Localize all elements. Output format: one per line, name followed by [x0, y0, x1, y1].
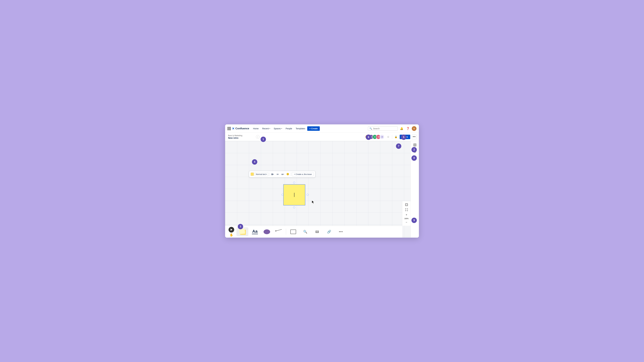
bold-button[interactable]: B ▾ [270, 172, 275, 176]
grid-icon[interactable] [228, 127, 231, 130]
frame-icon [290, 230, 296, 234]
fit-selection-button[interactable] [404, 208, 409, 212]
page-header-right: A B C D +3 ☆ 🔒 Share ••• [365, 134, 416, 139]
create-button[interactable]: + Create [307, 126, 320, 131]
shape-tool[interactable] [262, 227, 272, 236]
recent-chevron-icon: ▾ [270, 128, 270, 129]
line-icon [275, 230, 282, 234]
header-divider [392, 135, 392, 139]
bell-icon: 🔔 [400, 127, 403, 130]
table-view-button[interactable] [412, 142, 418, 148]
resize-handle-right[interactable] [307, 194, 308, 196]
zoom-controls: + 100% − [402, 201, 410, 226]
nav-right: 🔍 🔔 ❓ U [368, 126, 416, 131]
link-tool[interactable]: 🔗 [324, 227, 334, 236]
zoom-in-button[interactable]: + [404, 213, 409, 217]
resize-handle-top[interactable] [293, 182, 295, 184]
page-header: › Banc.ly Marketing New retro A B C D +3… [225, 133, 419, 141]
fit-all-button[interactable] [404, 202, 409, 207]
sticky-notes-icon [239, 229, 246, 235]
user-avatar[interactable]: U [412, 126, 416, 131]
resize-handle-bottom[interactable] [293, 206, 295, 208]
nav-recent[interactable]: Recent ▾ [261, 126, 272, 131]
svg-rect-0 [405, 204, 408, 206]
nav-templates[interactable]: Templates [294, 126, 307, 131]
emoji-button[interactable]: 🙂 [286, 172, 290, 176]
list-button[interactable]: ≡ ▾ [275, 172, 280, 176]
zoom-out-button[interactable]: − [404, 220, 409, 225]
list-chevron-icon: ▾ [278, 173, 278, 175]
more-tools[interactable]: ••• [336, 227, 346, 236]
toolbar-divider-2 [291, 173, 291, 176]
star-button[interactable]: ☆ [386, 134, 390, 139]
help-icon: ❓ [406, 127, 410, 130]
search-icon: 🔍 [370, 127, 372, 130]
lock-button[interactable]: 🔒 [394, 135, 398, 139]
floating-toolbar: Normal text ▾ B ▾ ≡ ▾ ≣ ▾ 🙂 [249, 171, 315, 177]
align-icon: ≣ [281, 173, 283, 175]
align-chevron-icon: ▾ [283, 173, 284, 175]
confluence-x-icon: ✕ [232, 127, 234, 130]
align-button[interactable]: ≣ ▾ [280, 172, 285, 176]
text-style-chevron-icon: ▾ [266, 173, 267, 175]
bold-chevron-icon: ▾ [273, 173, 274, 175]
share-button[interactable]: Share [400, 135, 410, 139]
lasso-icon: 🔍 [303, 230, 307, 234]
nav-links: Home Recent ▾ Spaces ▾ People Templates … [252, 126, 368, 131]
svg-rect-1 [406, 209, 408, 211]
toolbar-divider-1 [269, 173, 270, 176]
link-icon: 🔗 [327, 230, 331, 234]
color-picker-button[interactable] [250, 173, 254, 176]
star-icon: ☆ [387, 135, 390, 139]
zoom-level: 100% [404, 218, 408, 219]
list-icon: ≡ [277, 173, 278, 175]
play-tool[interactable]: ✋ [228, 227, 235, 237]
text-cursor [294, 193, 294, 197]
sticky-note[interactable] [283, 184, 305, 205]
text-tool[interactable]: Aa [250, 227, 260, 236]
app-name: Confluence [236, 127, 249, 130]
app-window: ✕ Confluence Home Recent ▾ Spaces ▾ Peop… [225, 124, 419, 238]
main-canvas[interactable]: Normal text ▾ B ▾ ≡ ▾ ≣ ▾ 🙂 [225, 141, 410, 238]
shape-icon [264, 229, 270, 234]
timer-button[interactable] [412, 149, 418, 154]
text-style-dropdown[interactable]: Normal text ▾ [254, 172, 268, 176]
create-jira-button[interactable]: + Create a Jira issue [292, 172, 314, 176]
line-tool[interactable] [274, 227, 284, 236]
content-area: Normal text ▾ B ▾ ≡ ▾ ≣ ▾ 🙂 [225, 141, 419, 238]
help-button[interactable]: ❓ [406, 126, 410, 131]
text-tool-icon: Aa [252, 229, 258, 233]
stamp-tool[interactable]: 🖂 [312, 227, 322, 236]
nav-spaces[interactable]: Spaces ▾ [272, 126, 284, 131]
svg-rect-2 [414, 144, 416, 146]
text-underline [252, 234, 258, 234]
hand-icon: ✋ [230, 233, 233, 237]
nav-people[interactable]: People [284, 126, 294, 131]
confluence-logo[interactable]: ✕ Confluence [232, 127, 249, 130]
more-tools-icon: ••• [339, 230, 343, 233]
nav-home[interactable]: Home [252, 126, 260, 131]
frame-tool[interactable] [288, 227, 298, 236]
stamp-icon: 🖂 [316, 230, 319, 234]
bottom-toolbar: ✋ Aa [225, 226, 402, 238]
play-icon [228, 227, 234, 233]
top-nav: ✕ Confluence Home Recent ▾ Spaces ▾ Peop… [225, 124, 419, 133]
collaborator-stack: A B C D +3 [365, 134, 384, 139]
more-options-button[interactable]: ••• [412, 134, 416, 139]
lock-icon: 🔒 [394, 135, 398, 138]
sticky-notes-tool[interactable] [236, 227, 248, 236]
search-box[interactable]: 🔍 [368, 126, 398, 131]
spaces-chevron-icon: ▾ [281, 128, 282, 129]
logo-area: ✕ Confluence [228, 127, 249, 130]
more-icon: ••• [413, 135, 416, 138]
canvas-grid [225, 141, 410, 238]
notifications-button[interactable]: 🔔 [399, 126, 404, 131]
search-input[interactable] [373, 127, 396, 130]
lasso-tool[interactable]: 🔍 [300, 227, 310, 236]
right-panel [410, 141, 419, 238]
cursor-tool-button[interactable] [412, 156, 418, 162]
sidebar-toggle[interactable]: › [256, 135, 260, 139]
collab-count: +3 [380, 134, 384, 139]
